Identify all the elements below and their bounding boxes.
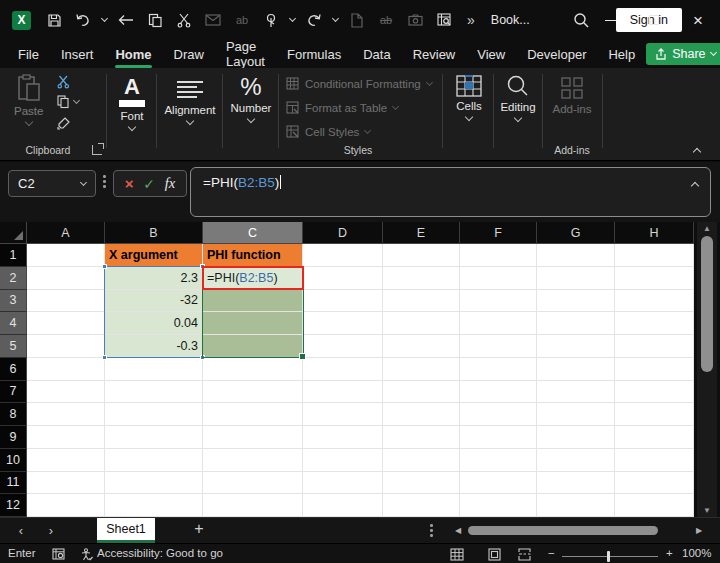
cell-F12[interactable] [460,494,537,517]
conditional-formatting-button[interactable]: Conditional Formatting [286,77,432,90]
cell-C9[interactable] [203,426,303,449]
cell-E1[interactable] [383,244,460,267]
cell-H9[interactable] [615,426,694,449]
select-all-corner[interactable] [0,222,27,244]
cell-B2[interactable]: 2.3 [105,267,203,290]
maximize-button[interactable] [632,0,676,40]
cell-E4[interactable] [383,312,460,335]
cell-D6[interactable] [303,358,383,381]
cell-C1[interactable]: PHI function [203,244,303,267]
cell-C4[interactable] [203,312,303,335]
name-box-dropdown-icon[interactable] [80,178,87,185]
cell-H5[interactable] [615,335,694,358]
font-group-button[interactable]: A Font [111,76,153,130]
copy-button[interactable] [57,95,79,109]
undo-dropdown-icon[interactable] [101,15,108,22]
horizontal-scrollbar-thumb[interactable] [468,526,658,535]
cell-D2[interactable] [303,267,383,290]
name-box[interactable]: C2 [8,170,96,197]
row-header-2[interactable]: 2 [0,267,27,290]
tab-view[interactable]: View [466,42,516,67]
lookup-sheet-icon[interactable] [434,9,454,31]
cell-G4[interactable] [537,312,615,335]
zoom-out-icon[interactable]: − [548,547,555,559]
copy-icon[interactable] [145,9,165,31]
zoom-slider-track[interactable] [562,556,658,557]
tab-file[interactable]: File [7,42,50,67]
share-button[interactable]: Share [646,43,720,65]
accessibility-icon[interactable] [80,548,93,561]
tab-review[interactable]: Review [402,42,467,67]
cell-G6[interactable] [537,358,615,381]
hscroll-right-icon[interactable]: ▶ [696,526,702,535]
email-icon[interactable] [203,9,223,31]
cell-B7[interactable] [105,381,203,404]
cell-H4[interactable] [615,312,694,335]
undo-icon[interactable] [73,9,93,31]
new-file-icon[interactable] [347,9,367,31]
cell-G3[interactable] [537,290,615,313]
tab-home[interactable]: Home [104,42,162,67]
row-header-8[interactable]: 8 [0,403,27,426]
cell-A7[interactable] [27,381,105,404]
page-layout-view-icon[interactable] [488,548,501,561]
collapse-ribbon-icon[interactable] [693,148,701,156]
cell-G7[interactable] [537,381,615,404]
tab-insert[interactable]: Insert [50,42,105,67]
format-painter-button[interactable] [57,116,71,130]
row-header-7[interactable]: 7 [0,381,27,404]
cell-A11[interactable] [27,472,105,495]
column-header-H[interactable]: H [615,222,694,244]
cell-G12[interactable] [537,494,615,517]
cell-A6[interactable] [27,358,105,381]
cell-F1[interactable] [460,244,537,267]
cell-C10[interactable] [203,449,303,472]
tab-help[interactable]: Help [597,42,646,67]
cell-H8[interactable] [615,403,694,426]
cell-B3[interactable]: -32 [105,290,203,313]
cell-E8[interactable] [383,403,460,426]
row-header-12[interactable]: 12 [0,494,27,517]
cell-F7[interactable] [460,381,537,404]
add-sheet-button[interactable]: + [190,520,208,538]
row-header-10[interactable]: 10 [0,449,27,472]
cell-F4[interactable] [460,312,537,335]
cell-C12[interactable] [203,494,303,517]
cell-A10[interactable] [27,449,105,472]
cell-G5[interactable] [537,335,615,358]
vertical-scrollbar[interactable]: ▲ ▼ [697,222,717,517]
sheet-tab-sheet1[interactable]: Sheet1 [97,518,155,543]
save-icon[interactable] [44,9,64,31]
column-header-C[interactable]: C [203,222,303,244]
close-button[interactable]: × [676,0,720,40]
cell-A3[interactable] [27,290,105,313]
cell-E6[interactable] [383,358,460,381]
cell-C11[interactable] [203,472,303,495]
normal-view-icon[interactable] [450,548,464,561]
cell-C3[interactable] [203,290,303,313]
cell-B11[interactable] [105,472,203,495]
cell-H12[interactable] [615,494,694,517]
cell-G2[interactable] [537,267,615,290]
cell-D9[interactable] [303,426,383,449]
cell-E10[interactable] [383,449,460,472]
column-header-D[interactable]: D [303,222,383,244]
cell-F2[interactable] [460,267,537,290]
cell-H10[interactable] [615,449,694,472]
cut-button[interactable] [57,75,70,89]
cell-F10[interactable] [460,449,537,472]
collapse-formula-bar-icon[interactable] [691,182,699,190]
cell-A8[interactable] [27,403,105,426]
scroll-up-icon[interactable]: ▲ [697,224,717,233]
cell-G1[interactable] [537,244,615,267]
column-header-B[interactable]: B [105,222,203,244]
cell-E11[interactable] [383,472,460,495]
touch-mode-icon[interactable] [261,9,281,31]
strikethrough-icon[interactable]: ab [376,9,396,31]
zoom-slider-handle[interactable] [607,551,610,562]
cell-A1[interactable] [27,244,105,267]
cell-D10[interactable] [303,449,383,472]
cell-E3[interactable] [383,290,460,313]
cell-A4[interactable] [27,312,105,335]
row-header-3[interactable]: 3 [0,290,27,313]
